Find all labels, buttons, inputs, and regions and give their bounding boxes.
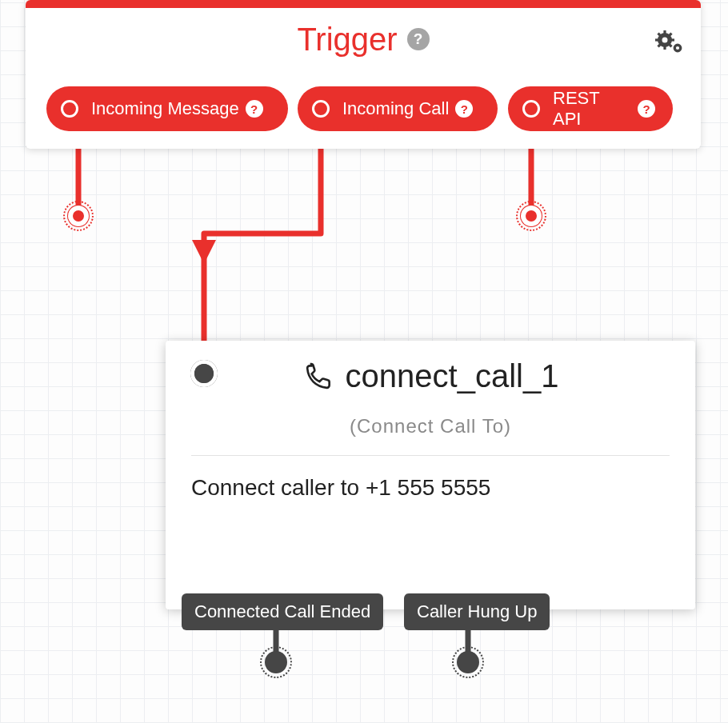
connector-endpoint[interactable]: [265, 651, 287, 673]
widget-output-caller-hung-up[interactable]: Caller Hung Up: [404, 593, 550, 630]
connector-endpoint[interactable]: [520, 205, 542, 227]
trigger-output-label: Incoming Call: [342, 98, 449, 119]
port-icon: [312, 100, 330, 118]
svg-marker-1: [192, 240, 216, 264]
settings-icon[interactable]: [653, 26, 686, 61]
trigger-output-incoming-message[interactable]: Incoming Message ?: [46, 86, 288, 131]
widget-description: Connect caller to +1 555 5555: [191, 475, 670, 501]
svg-rect-3: [663, 46, 666, 50]
widget-output-connected-call-ended[interactable]: Connected Call Ended: [182, 593, 383, 630]
widget-header: connect_call_1: [166, 341, 695, 394]
trigger-title: Trigger: [297, 22, 397, 58]
svg-rect-2: [663, 30, 666, 34]
widget-node-connect-call[interactable]: connect_call_1 (Connect Call To) Connect…: [166, 341, 695, 609]
connector-endpoint[interactable]: [457, 651, 479, 673]
trigger-node[interactable]: Trigger ? Incom: [26, 0, 701, 149]
widget-name: connect_call_1: [346, 358, 559, 394]
trigger-output-label: Incoming Message: [91, 98, 239, 119]
svg-rect-4: [655, 38, 658, 41]
connector-endpoint[interactable]: [67, 205, 90, 227]
help-icon[interactable]: ?: [638, 100, 655, 118]
trigger-header: Trigger ?: [26, 8, 701, 70]
port-icon: [61, 100, 78, 118]
help-icon[interactable]: ?: [246, 100, 263, 118]
phone-icon: [302, 361, 334, 393]
help-icon[interactable]: ?: [407, 28, 430, 50]
trigger-output-label: REST API: [553, 88, 631, 130]
widget-output-label: Connected Call Ended: [194, 601, 370, 621]
trigger-output-incoming-call[interactable]: Incoming Call ?: [298, 86, 498, 131]
trigger-output-rest-api[interactable]: REST API ?: [508, 86, 673, 131]
widget-type-label: (Connect Call To): [166, 415, 695, 437]
help-icon[interactable]: ?: [455, 100, 473, 118]
divider: [191, 455, 670, 456]
widget-output-label: Caller Hung Up: [417, 601, 537, 621]
svg-rect-5: [671, 38, 674, 41]
widget-input-port[interactable]: [190, 360, 218, 387]
trigger-accent-bar: [26, 0, 701, 8]
port-icon: [522, 100, 540, 118]
